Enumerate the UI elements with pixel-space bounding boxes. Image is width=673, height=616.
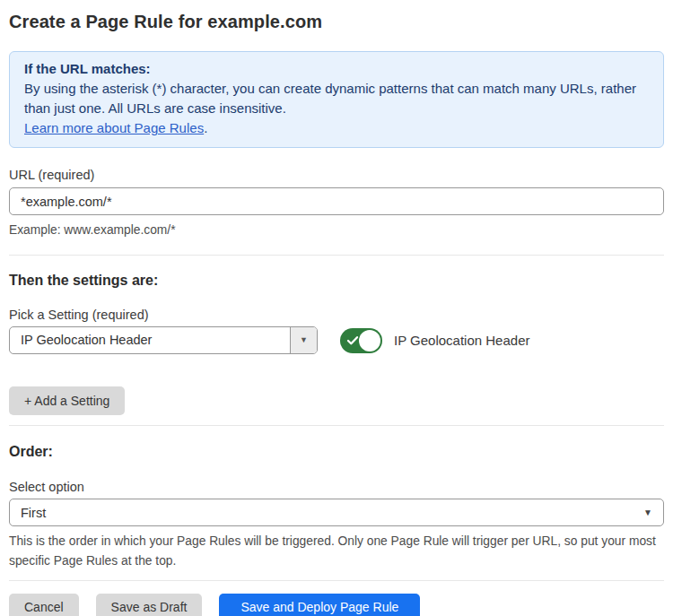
add-setting-button[interactable]: + Add a Setting [9, 386, 125, 415]
info-box-link-line: Learn more about Page Rules. [24, 118, 649, 138]
url-example-helper: Example: www.example.com/* [9, 221, 664, 240]
footer-actions: Cancel Save as Draft Save and Deploy Pag… [9, 594, 664, 616]
info-box-heading: If the URL matches: [24, 59, 649, 79]
order-heading: Order: [9, 443, 664, 460]
check-icon [346, 335, 359, 346]
setting-row: IP Geolocation Header ▼ IP Geolocation H… [9, 326, 664, 354]
setting-select[interactable]: IP Geolocation Header ▼ [9, 326, 318, 354]
ip-geolocation-toggle[interactable] [340, 328, 382, 353]
link-suffix-text: . [204, 120, 207, 135]
toggle-knob [359, 330, 380, 351]
create-page-rule-form: Create a Page Rule for example.com If th… [0, 0, 673, 616]
toggle-label: IP Geolocation Header [394, 333, 530, 348]
chevron-down-icon: ▼ [300, 336, 308, 344]
pick-setting-label: Pick a Setting (required) [9, 308, 664, 323]
chevron-down-icon: ▼ [643, 508, 652, 517]
url-label: URL (required) [9, 168, 664, 183]
settings-heading: Then the settings are: [9, 272, 664, 289]
order-select[interactable]: First ▼ [9, 499, 664, 526]
order-select-value: First [21, 506, 46, 520]
url-input[interactable] [9, 187, 664, 215]
learn-more-page-rules-link[interactable]: Learn more about Page Rules [24, 120, 204, 135]
save-deploy-button[interactable]: Save and Deploy Page Rule [219, 594, 420, 616]
select-option-label: Select option [9, 480, 664, 495]
footer-divider [9, 580, 664, 581]
save-draft-button[interactable]: Save as Draft [96, 594, 203, 616]
cancel-button[interactable]: Cancel [9, 594, 79, 616]
info-box-body: By using the asterisk (*) character, you… [24, 79, 649, 118]
page-title: Create a Page Rule for example.com [9, 11, 664, 32]
setting-select-caret-button[interactable]: ▼ [290, 327, 317, 353]
section-divider [9, 425, 664, 426]
url-match-info-box: If the URL matches: By using the asteris… [9, 51, 664, 148]
section-divider [9, 255, 664, 256]
toggle-group: IP Geolocation Header [340, 328, 530, 353]
order-helper: This is the order in which your Page Rul… [9, 532, 657, 571]
setting-select-value: IP Geolocation Header [10, 327, 290, 353]
